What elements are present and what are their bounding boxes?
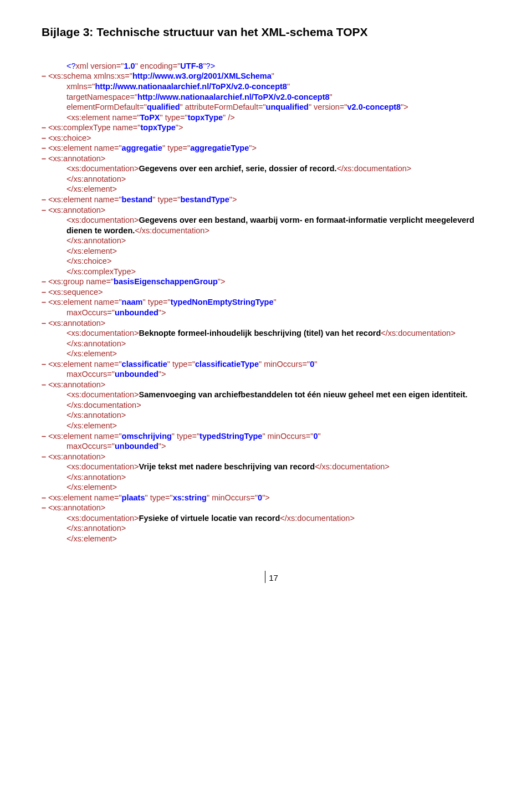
doc-text-4: Samenvoeging van archiefbestanddelen tot… [139,390,468,399]
doc-text-6: Fysieke of virtuele locatie van record [139,514,280,523]
doc-text-3: Beknopte formeel-inhoudelijk beschrijvin… [139,329,381,337]
page-title: Bijlage 3: Technische structuur van het … [42,25,502,40]
doc-text-1: Gegevens over een archief, serie, dossie… [139,164,337,173]
text-cursor-icon [265,571,265,583]
page-number: 17 [269,572,278,582]
xml-code-block: <?xml version="1.0" encoding="UTF-8"?> –… [42,61,502,544]
doc-text-5: Vrije tekst met nadere beschrijving van … [139,462,315,471]
page-number-row: 17 [42,571,502,583]
